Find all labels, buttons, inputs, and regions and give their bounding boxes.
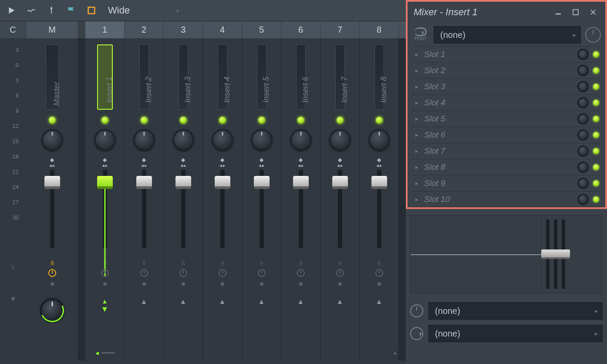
- fx-slot-9[interactable]: ▸Slot 9: [412, 175, 601, 191]
- header-track-5[interactable]: 5: [242, 21, 281, 38]
- header-track-2[interactable]: 2: [125, 21, 164, 38]
- slot-mix-knob[interactable]: [577, 113, 589, 125]
- slot-enable-led[interactable]: [593, 116, 599, 122]
- volume-fader[interactable]: [181, 170, 185, 248]
- pan-knob[interactable]: [212, 129, 233, 151]
- channel-insert-3[interactable]: Insert 3 ◆ 🕯 ▲: [164, 38, 203, 361]
- candle-icon[interactable]: 🕯: [298, 260, 304, 266]
- pin-icon[interactable]: [45, 4, 57, 17]
- candle-icon[interactable]: 🕯: [180, 260, 186, 266]
- pan-knob[interactable]: [329, 129, 351, 151]
- header-track-4[interactable]: 4: [203, 21, 242, 38]
- mute-led[interactable]: [219, 117, 226, 124]
- header-track-1[interactable]: 1: [85, 21, 125, 38]
- volume-fader[interactable]: [299, 170, 303, 248]
- clock-icon[interactable]: [297, 269, 305, 277]
- header-track-7[interactable]: 7: [320, 21, 360, 38]
- dot-indicator[interactable]: [51, 282, 54, 286]
- mute-led[interactable]: [258, 117, 265, 124]
- channel-insert-2[interactable]: Insert 2 ◆ 🕯 ▲: [125, 38, 164, 361]
- wave-icon[interactable]: [25, 4, 37, 17]
- mute-led[interactable]: [101, 117, 108, 124]
- candle-icon[interactable]: 🕯: [259, 260, 265, 266]
- polarity-controls[interactable]: ◆: [376, 157, 382, 167]
- volume-fader[interactable]: [377, 170, 381, 248]
- dot-indicator[interactable]: [260, 282, 263, 286]
- candle-icon[interactable]: 🕯: [10, 264, 16, 271]
- mute-led[interactable]: [141, 117, 148, 124]
- volume-fader[interactable]: [50, 170, 54, 248]
- slot-mix-knob[interactable]: [577, 162, 589, 173]
- candle-icon[interactable]: 🕯: [376, 260, 382, 266]
- candle-icon[interactable]: 🕯: [219, 260, 226, 266]
- polarity-controls[interactable]: ◆: [259, 157, 265, 167]
- rect-icon[interactable]: [85, 4, 98, 17]
- slot-enable-led[interactable]: [593, 84, 599, 90]
- slot-mix-knob[interactable]: [577, 97, 589, 108]
- input-latency-icon[interactable]: [585, 27, 601, 43]
- route-indicator[interactable]: ▲: [258, 298, 265, 306]
- slot-enable-led[interactable]: [593, 148, 599, 154]
- mute-led[interactable]: [337, 117, 344, 124]
- slot-enable-led[interactable]: [593, 164, 599, 170]
- maximize-icon[interactable]: [570, 6, 582, 18]
- pan-knob[interactable]: [133, 129, 155, 151]
- volume-fader[interactable]: [260, 170, 264, 248]
- chevron-right-icon[interactable]: ▸: [177, 7, 179, 13]
- slot-mix-knob[interactable]: [577, 129, 589, 141]
- route-indicator[interactable]: ▲: [219, 298, 226, 306]
- volume-fader[interactable]: [103, 170, 107, 248]
- clock-icon[interactable]: [140, 269, 148, 277]
- header-master[interactable]: M: [26, 21, 78, 38]
- channel-insert-1[interactable]: Insert 1 ◆ 🕯 ▲ ▼ ◂: [85, 38, 125, 361]
- output-icon[interactable]: [410, 327, 423, 340]
- mute-led[interactable]: [297, 117, 304, 124]
- slot-mix-knob[interactable]: [577, 194, 589, 205]
- polarity-controls[interactable]: ◆: [180, 157, 186, 167]
- fx-slot-1[interactable]: ▸Slot 1: [412, 46, 601, 62]
- fx-slot-3[interactable]: ▸Slot 3: [412, 78, 601, 94]
- mute-led[interactable]: [376, 117, 383, 124]
- slot-mix-knob[interactable]: [577, 65, 589, 76]
- volume-fader[interactable]: [338, 170, 342, 248]
- slot-mix-knob[interactable]: [577, 49, 589, 60]
- dot-indicator[interactable]: [103, 282, 107, 286]
- view-mode-label[interactable]: Wide: [108, 5, 130, 16]
- eq-section[interactable]: [410, 215, 603, 293]
- chevron-right-icon[interactable]: ▸: [394, 350, 397, 356]
- dot-indicator[interactable]: [182, 282, 185, 286]
- slot-enable-led[interactable]: [593, 51, 599, 57]
- slot-enable-led[interactable]: [593, 196, 599, 202]
- dot-indicator[interactable]: [299, 282, 303, 286]
- clock-icon[interactable]: [410, 304, 423, 317]
- dot-indicator[interactable]: [338, 282, 342, 286]
- fx-slot-8[interactable]: ▸Slot 8: [412, 159, 601, 175]
- pan-knob[interactable]: [41, 129, 63, 151]
- route-indicator[interactable]: ▲: [180, 298, 187, 306]
- minimize-icon[interactable]: [552, 6, 564, 18]
- channel-insert-7[interactable]: Insert 7 ◆ 🕯 ▲: [320, 38, 360, 361]
- pan-knob[interactable]: [290, 129, 312, 151]
- polarity-controls[interactable]: ◆: [219, 157, 226, 167]
- slot-enable-led[interactable]: [593, 100, 599, 106]
- volume-fader[interactable]: [142, 170, 146, 248]
- route-indicator[interactable]: ▲: [141, 298, 148, 306]
- send-knob[interactable]: [40, 298, 65, 323]
- candle-icon[interactable]: 🕯: [141, 260, 147, 266]
- route-indicator[interactable]: ▲: [376, 298, 383, 306]
- header-current[interactable]: C: [0, 21, 26, 38]
- slot-mix-knob[interactable]: [577, 145, 589, 157]
- eq-band-high[interactable]: [562, 219, 565, 289]
- pan-knob[interactable]: [368, 129, 390, 151]
- route-indicator[interactable]: ▲: [297, 298, 304, 306]
- post-icon[interactable]: POST: [412, 27, 429, 42]
- eq-graph[interactable]: [411, 216, 541, 293]
- close-icon[interactable]: [587, 6, 599, 18]
- audio-output-select[interactable]: (none): [428, 325, 603, 342]
- slot-mix-knob[interactable]: [577, 81, 589, 92]
- volume-fader[interactable]: [220, 170, 225, 248]
- slot-enable-led[interactable]: [593, 132, 599, 138]
- candle-icon[interactable]: 🕯: [49, 260, 55, 266]
- fx-slot-5[interactable]: ▸Slot 5: [412, 111, 601, 127]
- slot-mix-knob[interactable]: [577, 178, 589, 189]
